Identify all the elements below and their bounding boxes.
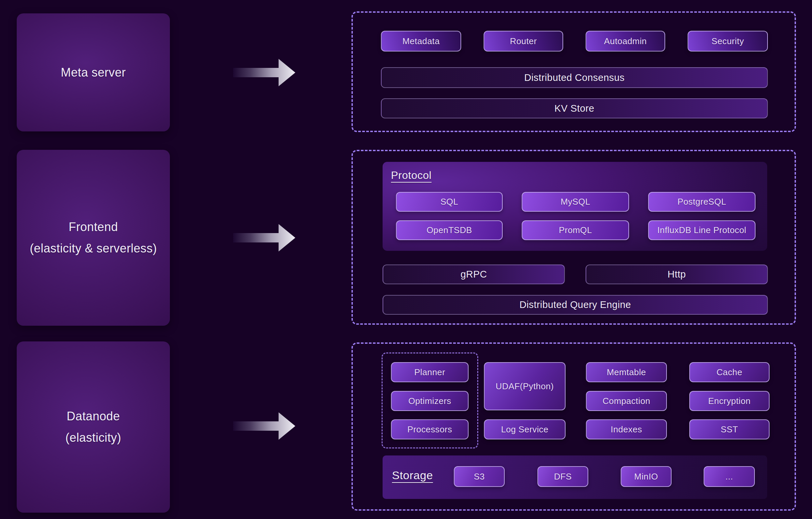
protocol-heading: Protocol: [391, 169, 431, 181]
frontend-sublabel: (elasticity & serverless): [30, 238, 157, 259]
storage-panel: Storage S3 DFS MinIO ...: [383, 456, 767, 499]
flow-arrow-icon: [233, 224, 295, 252]
datanode-label: Datanode: [66, 406, 120, 427]
meta-server-label: Meta server: [61, 62, 126, 83]
protocol-panel: Protocol SQL MySQL PostgreSQL OpenTSDB P…: [383, 162, 767, 251]
chip-sql: SQL: [396, 192, 503, 212]
meta-server-box: Meta server: [17, 13, 170, 132]
chip-autoadmin: Autoadmin: [586, 31, 665, 52]
chip-compaction: Compaction: [586, 391, 667, 411]
datanode-sublabel: (elasticity): [65, 427, 121, 449]
chip-processors: Processors: [391, 419, 468, 439]
chip-opentsdb: OpenTSDB: [396, 220, 503, 240]
chip-router: Router: [484, 31, 563, 52]
datanode-box: Datanode (elasticity): [17, 341, 170, 513]
chip-metadata: Metadata: [381, 31, 461, 52]
datanode-group: Planner Optimizers Processors UDAF(Pytho…: [351, 342, 796, 511]
chip-log-service: Log Service: [484, 419, 566, 439]
chip-mysql: MySQL: [522, 192, 629, 212]
bar-distributed-consensus: Distributed Consensus: [381, 67, 768, 88]
chip-optimizers: Optimizers: [391, 391, 468, 411]
chip-s3: S3: [454, 466, 505, 487]
storage-heading: Storage: [392, 469, 433, 482]
chip-cache: Cache: [689, 362, 770, 382]
chip-sst: SST: [689, 419, 770, 439]
chip-planner: Planner: [391, 362, 468, 382]
chip-indexes: Indexes: [586, 419, 667, 439]
frontend-label: Frontend: [68, 217, 118, 238]
frontend-group: Protocol SQL MySQL PostgreSQL OpenTSDB P…: [351, 150, 796, 325]
chip-influxdb-line-protocol: InfluxDB Line Protocol: [648, 220, 755, 240]
bar-kv-store: KV Store: [381, 98, 768, 118]
architecture-diagram: Meta server Frontend (elasticity & serve…: [0, 0, 812, 519]
chip-postgresql: PostgreSQL: [648, 192, 755, 212]
chip-security: Security: [688, 31, 768, 52]
chip-memtable: Memtable: [586, 362, 667, 382]
chip-more: ...: [704, 466, 755, 487]
bar-distributed-query-engine: Distributed Query Engine: [383, 295, 768, 315]
flow-arrow-icon: [233, 59, 295, 86]
flow-arrow-icon: [233, 412, 295, 440]
bar-grpc: gRPC: [383, 264, 565, 284]
chip-promql: PromQL: [522, 220, 629, 240]
chip-encryption: Encryption: [689, 391, 770, 411]
chip-minio: MinIO: [621, 466, 671, 487]
bar-http: Http: [586, 264, 768, 284]
frontend-box: Frontend (elasticity & serverless): [17, 150, 170, 326]
meta-server-group: Metadata Router Autoadmin Security Distr…: [351, 11, 796, 132]
chip-udaf-python: UDAF(Python): [484, 362, 566, 410]
chip-dfs: DFS: [538, 466, 588, 487]
